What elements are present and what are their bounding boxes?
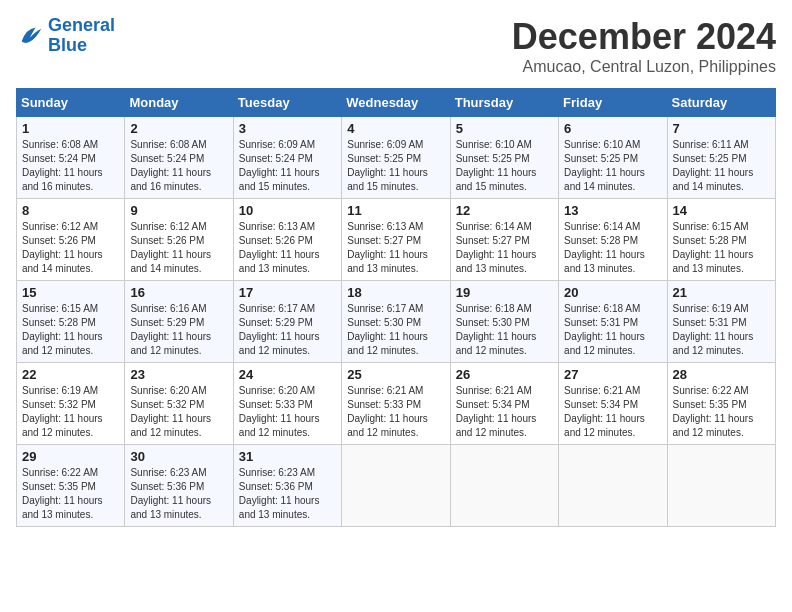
day-info: Sunrise: 6:11 AMSunset: 5:25 PMDaylight:…: [673, 138, 770, 194]
calendar-cell: 25Sunrise: 6:21 AMSunset: 5:33 PMDayligh…: [342, 363, 450, 445]
calendar-cell: 16Sunrise: 6:16 AMSunset: 5:29 PMDayligh…: [125, 281, 233, 363]
weekday-header-friday: Friday: [559, 89, 667, 117]
calendar-cell: 11Sunrise: 6:13 AMSunset: 5:27 PMDayligh…: [342, 199, 450, 281]
calendar-cell: 23Sunrise: 6:20 AMSunset: 5:32 PMDayligh…: [125, 363, 233, 445]
day-number: 16: [130, 285, 227, 300]
day-info: Sunrise: 6:08 AMSunset: 5:24 PMDaylight:…: [22, 138, 119, 194]
calendar-cell: 3Sunrise: 6:09 AMSunset: 5:24 PMDaylight…: [233, 117, 341, 199]
day-number: 17: [239, 285, 336, 300]
day-info: Sunrise: 6:15 AMSunset: 5:28 PMDaylight:…: [22, 302, 119, 358]
day-info: Sunrise: 6:21 AMSunset: 5:34 PMDaylight:…: [564, 384, 661, 440]
calendar-cell: 21Sunrise: 6:19 AMSunset: 5:31 PMDayligh…: [667, 281, 775, 363]
calendar-cell: 14Sunrise: 6:15 AMSunset: 5:28 PMDayligh…: [667, 199, 775, 281]
calendar-cell: 26Sunrise: 6:21 AMSunset: 5:34 PMDayligh…: [450, 363, 558, 445]
day-number: 13: [564, 203, 661, 218]
day-info: Sunrise: 6:18 AMSunset: 5:30 PMDaylight:…: [456, 302, 553, 358]
calendar-cell: [450, 445, 558, 527]
day-info: Sunrise: 6:21 AMSunset: 5:33 PMDaylight:…: [347, 384, 444, 440]
calendar-cell: 22Sunrise: 6:19 AMSunset: 5:32 PMDayligh…: [17, 363, 125, 445]
logo-icon: [16, 22, 44, 50]
day-info: Sunrise: 6:13 AMSunset: 5:26 PMDaylight:…: [239, 220, 336, 276]
calendar-cell: 29Sunrise: 6:22 AMSunset: 5:35 PMDayligh…: [17, 445, 125, 527]
calendar-cell: 7Sunrise: 6:11 AMSunset: 5:25 PMDaylight…: [667, 117, 775, 199]
calendar-week-1: 8Sunrise: 6:12 AMSunset: 5:26 PMDaylight…: [17, 199, 776, 281]
calendar-cell: [559, 445, 667, 527]
logo: General Blue: [16, 16, 115, 56]
day-info: Sunrise: 6:17 AMSunset: 5:30 PMDaylight:…: [347, 302, 444, 358]
weekday-header-sunday: Sunday: [17, 89, 125, 117]
title-block: December 2024 Amucao, Central Luzon, Phi…: [512, 16, 776, 76]
weekday-header-tuesday: Tuesday: [233, 89, 341, 117]
day-number: 11: [347, 203, 444, 218]
day-info: Sunrise: 6:16 AMSunset: 5:29 PMDaylight:…: [130, 302, 227, 358]
day-number: 10: [239, 203, 336, 218]
day-number: 23: [130, 367, 227, 382]
day-number: 12: [456, 203, 553, 218]
calendar-cell: 19Sunrise: 6:18 AMSunset: 5:30 PMDayligh…: [450, 281, 558, 363]
day-info: Sunrise: 6:19 AMSunset: 5:31 PMDaylight:…: [673, 302, 770, 358]
calendar-week-3: 22Sunrise: 6:19 AMSunset: 5:32 PMDayligh…: [17, 363, 776, 445]
day-info: Sunrise: 6:22 AMSunset: 5:35 PMDaylight:…: [22, 466, 119, 522]
day-info: Sunrise: 6:09 AMSunset: 5:24 PMDaylight:…: [239, 138, 336, 194]
day-info: Sunrise: 6:23 AMSunset: 5:36 PMDaylight:…: [239, 466, 336, 522]
day-number: 5: [456, 121, 553, 136]
calendar-cell: 10Sunrise: 6:13 AMSunset: 5:26 PMDayligh…: [233, 199, 341, 281]
day-info: Sunrise: 6:15 AMSunset: 5:28 PMDaylight:…: [673, 220, 770, 276]
calendar-cell: 27Sunrise: 6:21 AMSunset: 5:34 PMDayligh…: [559, 363, 667, 445]
day-number: 3: [239, 121, 336, 136]
day-info: Sunrise: 6:17 AMSunset: 5:29 PMDaylight:…: [239, 302, 336, 358]
day-number: 7: [673, 121, 770, 136]
calendar-cell: 20Sunrise: 6:18 AMSunset: 5:31 PMDayligh…: [559, 281, 667, 363]
day-info: Sunrise: 6:12 AMSunset: 5:26 PMDaylight:…: [130, 220, 227, 276]
day-number: 6: [564, 121, 661, 136]
logo-text: General Blue: [48, 16, 115, 56]
weekday-header-saturday: Saturday: [667, 89, 775, 117]
day-number: 22: [22, 367, 119, 382]
day-number: 2: [130, 121, 227, 136]
day-info: Sunrise: 6:23 AMSunset: 5:36 PMDaylight:…: [130, 466, 227, 522]
calendar-cell: 9Sunrise: 6:12 AMSunset: 5:26 PMDaylight…: [125, 199, 233, 281]
day-info: Sunrise: 6:20 AMSunset: 5:33 PMDaylight:…: [239, 384, 336, 440]
calendar-cell: 17Sunrise: 6:17 AMSunset: 5:29 PMDayligh…: [233, 281, 341, 363]
day-number: 4: [347, 121, 444, 136]
calendar-cell: 1Sunrise: 6:08 AMSunset: 5:24 PMDaylight…: [17, 117, 125, 199]
day-number: 8: [22, 203, 119, 218]
day-info: Sunrise: 6:13 AMSunset: 5:27 PMDaylight:…: [347, 220, 444, 276]
day-number: 29: [22, 449, 119, 464]
day-info: Sunrise: 6:10 AMSunset: 5:25 PMDaylight:…: [456, 138, 553, 194]
calendar-cell: 31Sunrise: 6:23 AMSunset: 5:36 PMDayligh…: [233, 445, 341, 527]
calendar-week-4: 29Sunrise: 6:22 AMSunset: 5:35 PMDayligh…: [17, 445, 776, 527]
day-number: 30: [130, 449, 227, 464]
day-info: Sunrise: 6:09 AMSunset: 5:25 PMDaylight:…: [347, 138, 444, 194]
calendar-cell: 30Sunrise: 6:23 AMSunset: 5:36 PMDayligh…: [125, 445, 233, 527]
calendar-cell: 4Sunrise: 6:09 AMSunset: 5:25 PMDaylight…: [342, 117, 450, 199]
day-number: 28: [673, 367, 770, 382]
calendar-cell: 24Sunrise: 6:20 AMSunset: 5:33 PMDayligh…: [233, 363, 341, 445]
day-number: 18: [347, 285, 444, 300]
calendar-cell: 12Sunrise: 6:14 AMSunset: 5:27 PMDayligh…: [450, 199, 558, 281]
calendar-cell: 15Sunrise: 6:15 AMSunset: 5:28 PMDayligh…: [17, 281, 125, 363]
day-info: Sunrise: 6:10 AMSunset: 5:25 PMDaylight:…: [564, 138, 661, 194]
day-number: 27: [564, 367, 661, 382]
calendar-cell: [667, 445, 775, 527]
weekday-header-thursday: Thursday: [450, 89, 558, 117]
day-number: 26: [456, 367, 553, 382]
calendar-cell: 28Sunrise: 6:22 AMSunset: 5:35 PMDayligh…: [667, 363, 775, 445]
calendar-cell: 5Sunrise: 6:10 AMSunset: 5:25 PMDaylight…: [450, 117, 558, 199]
day-info: Sunrise: 6:18 AMSunset: 5:31 PMDaylight:…: [564, 302, 661, 358]
calendar-cell: 2Sunrise: 6:08 AMSunset: 5:24 PMDaylight…: [125, 117, 233, 199]
day-number: 20: [564, 285, 661, 300]
day-info: Sunrise: 6:20 AMSunset: 5:32 PMDaylight:…: [130, 384, 227, 440]
day-number: 19: [456, 285, 553, 300]
calendar-table: SundayMondayTuesdayWednesdayThursdayFrid…: [16, 88, 776, 527]
day-info: Sunrise: 6:14 AMSunset: 5:27 PMDaylight:…: [456, 220, 553, 276]
weekday-header-wednesday: Wednesday: [342, 89, 450, 117]
day-number: 25: [347, 367, 444, 382]
day-info: Sunrise: 6:19 AMSunset: 5:32 PMDaylight:…: [22, 384, 119, 440]
weekday-header-monday: Monday: [125, 89, 233, 117]
day-number: 21: [673, 285, 770, 300]
calendar-cell: [342, 445, 450, 527]
month-title: December 2024: [512, 16, 776, 58]
location: Amucao, Central Luzon, Philippines: [512, 58, 776, 76]
day-number: 1: [22, 121, 119, 136]
